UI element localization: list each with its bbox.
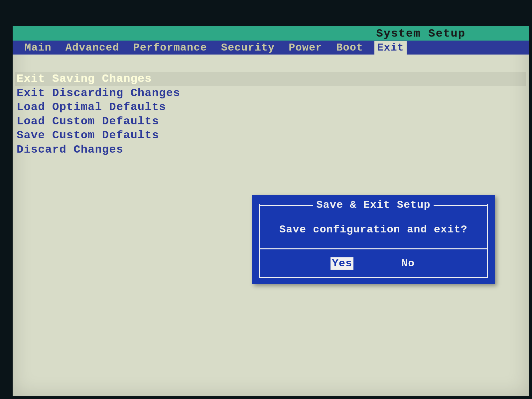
tab-power[interactable]: Power [286, 41, 325, 55]
dialog-title: Save & Exit Setup [313, 199, 434, 211]
dialog-message: Save configuration and exit? [279, 223, 467, 236]
tab-performance[interactable]: Performance [130, 41, 209, 55]
exit-menu: Exit Saving Changes Exit Discarding Chan… [13, 55, 529, 174]
yes-button[interactable]: Yes [331, 257, 353, 270]
dialog-body: Save configuration and exit? [259, 211, 488, 248]
tab-main[interactable]: Main [22, 41, 54, 55]
option-exit-discarding[interactable]: Exit Discarding Changes [15, 86, 526, 100]
dialog-header: Save & Exit Setup [259, 200, 488, 211]
tab-bar: Main Advanced Performance Security Power… [13, 41, 529, 55]
confirm-dialog: Save & Exit Setup Save configuration and… [252, 195, 495, 284]
option-load-optimal[interactable]: Load Optimal Defaults [15, 100, 526, 114]
no-button[interactable]: No [400, 257, 416, 270]
tab-security[interactable]: Security [218, 41, 278, 55]
title-bar: System Setup [13, 26, 529, 41]
tab-boot[interactable]: Boot [333, 41, 366, 55]
page-title: System Setup [376, 27, 466, 40]
option-save-custom[interactable]: Save Custom Defaults [15, 128, 526, 143]
option-load-custom[interactable]: Load Custom Defaults [15, 114, 526, 129]
bios-screen: System Setup Main Advanced Performance S… [13, 26, 529, 396]
tab-advanced[interactable]: Advanced [63, 41, 122, 55]
dialog-button-row: Yes No [259, 249, 488, 278]
tab-exit[interactable]: Exit [374, 41, 407, 55]
option-exit-saving[interactable]: Exit Saving Changes [15, 72, 526, 86]
option-discard-changes[interactable]: Discard Changes [15, 143, 526, 157]
